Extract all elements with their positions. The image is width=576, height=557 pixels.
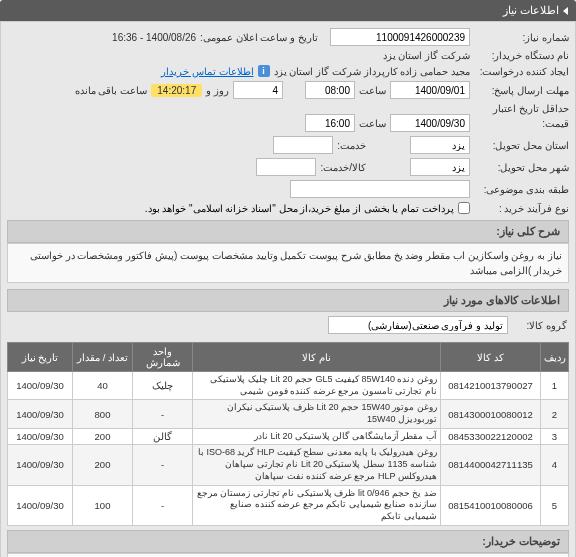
time-label-1: ساعت xyxy=(359,85,386,96)
cell-date: 1400/09/30 xyxy=(8,400,73,428)
cell-name: روغن هیدرولیک با پایه معدنی سطح کیفیت HL… xyxy=(193,445,441,485)
cell-n: 1 xyxy=(541,372,569,400)
th-row: ردیف xyxy=(541,343,569,372)
buyer-org-label: نام دستگاه خریدار: xyxy=(474,50,569,61)
pay-note: پرداخت تمام یا بخشی از مبلغ خرید،از محل … xyxy=(145,203,454,214)
cell-n: 5 xyxy=(541,485,569,525)
announce-label: تاریخ و ساعت اعلان عمومی: xyxy=(200,32,318,43)
pay-checkbox[interactable] xyxy=(458,202,470,214)
info-icon: i xyxy=(258,65,270,77)
cell-unit: چلیک xyxy=(133,372,193,400)
th-name: نام کالا xyxy=(193,343,441,372)
th-unit: واحد شمارش xyxy=(133,343,193,372)
buy-type-label: نوع فرآیند خرید : xyxy=(474,203,569,214)
reply-date-input[interactable] xyxy=(390,81,470,99)
contact-link[interactable]: اطلاعات تماس خریدار xyxy=(161,66,254,77)
chevron-icon xyxy=(563,7,568,15)
cell-qty: 800 xyxy=(73,400,133,428)
cell-n: 2 xyxy=(541,400,569,428)
cell-unit: گالن xyxy=(133,428,193,445)
reply-time-input[interactable] xyxy=(305,81,355,99)
days-label: روز و xyxy=(206,85,229,96)
cell-date: 1400/09/30 xyxy=(8,445,73,485)
th-code: کد کالا xyxy=(441,343,541,372)
cell-qty: 40 xyxy=(73,372,133,400)
cell-code: 0815410010080006 xyxy=(441,485,541,525)
cell-date: 1400/09/30 xyxy=(8,428,73,445)
cell-qty: 100 xyxy=(73,485,133,525)
cell-n: 3 xyxy=(541,428,569,445)
group-input[interactable] xyxy=(328,316,508,334)
service-label: خدمت: xyxy=(337,140,366,151)
cell-name: آب مقطر آزمایشگاهی گالن پلاستیکی 20 Lit … xyxy=(193,428,441,445)
cell-n: 4 xyxy=(541,445,569,485)
credit-label: حداقل تاریخ اعتبار xyxy=(474,103,569,114)
cell-name: روغن موتور 15W40 حجم 20 Lit ظرف پلاستیکی… xyxy=(193,400,441,428)
cell-name: ضد یخ حجم lit 0/946 ظرف پلاستیکی نام تجا… xyxy=(193,485,441,525)
time-label-2: ساعت xyxy=(359,118,386,129)
desc-section-title: شرح کلی نیاز: xyxy=(7,220,569,243)
cell-date: 1400/09/30 xyxy=(8,372,73,400)
timer-badge: 14:20:17 xyxy=(151,84,202,97)
panel-body: شماره نیاز: تاریخ و ساعت اعلان عمومی: 14… xyxy=(0,21,576,557)
table-row: 10814210013790027روغن دنده 85W140 کیفیت … xyxy=(8,372,569,400)
table-row: 30845330022120002آب مقطر آزمایشگاهی گالن… xyxy=(8,428,569,445)
cell-unit: - xyxy=(133,400,193,428)
cell-code: 0814210013790027 xyxy=(441,372,541,400)
creator-value: مجید حمامی زاده کارپرداز شرکت گاز استان … xyxy=(274,66,470,77)
group-label: گروه کالا: xyxy=(512,320,567,331)
city-label: شهر محل تحویل: xyxy=(474,162,569,173)
items-table: ردیف کد کالا نام کالا واحد شمارش تعداد /… xyxy=(7,342,569,526)
remaining-label: ساعت باقی مانده xyxy=(75,85,148,96)
notes-section-title: توضیحات خریدار: xyxy=(7,530,569,553)
cell-unit: - xyxy=(133,485,193,525)
th-date: تاریخ نیاز xyxy=(8,343,73,372)
desc-text: نیاز به روغن واسکازین اب مقطر وضد یخ مطا… xyxy=(7,243,569,283)
days-input[interactable] xyxy=(233,81,283,99)
cell-code: 0814300010080012 xyxy=(441,400,541,428)
multi-input[interactable] xyxy=(290,180,470,198)
req-no-input[interactable] xyxy=(330,28,470,46)
reply-deadline-label: مهلت ارسال پاسخ: xyxy=(474,85,569,96)
credit-date-input[interactable] xyxy=(390,114,470,132)
cell-name: روغن دنده 85W140 کیفیت GL5 حجم Lit 20 چل… xyxy=(193,372,441,400)
cell-code: 0814400042711135 xyxy=(441,445,541,485)
service-input[interactable] xyxy=(273,136,333,154)
panel-title: اطلاعات نیاز xyxy=(503,4,559,17)
creator-label: ایجاد کننده درخواست: xyxy=(474,66,569,77)
cell-code: 0845330022120002 xyxy=(441,428,541,445)
province-label: استان محل تحویل: xyxy=(474,140,569,151)
goods-service-label: کالا/خدمت: xyxy=(320,162,366,173)
cell-qty: 200 xyxy=(73,445,133,485)
items-section-title: اطلاعات کالاهای مورد نیاز xyxy=(7,289,569,312)
cell-unit: - xyxy=(133,445,193,485)
notes-text: نیاز به روغن واسکازین اب مقطر وضد یخ مطا… xyxy=(7,553,569,557)
cell-date: 1400/09/30 xyxy=(8,485,73,525)
table-row: 40814400042711135روغن هیدرولیک با پایه م… xyxy=(8,445,569,485)
table-row: 20814300010080012روغن موتور 15W40 حجم 20… xyxy=(8,400,569,428)
multi-label: طبقه بندی موضوعی: xyxy=(474,184,569,195)
province-input[interactable] xyxy=(410,136,470,154)
price-label: قیمت: xyxy=(474,118,569,129)
goods-service-input[interactable] xyxy=(256,158,316,176)
req-no-label: شماره نیاز: xyxy=(474,32,569,43)
panel-header: اطلاعات نیاز xyxy=(0,0,576,21)
announce-value: 1400/08/26 - 16:36 xyxy=(112,32,196,43)
cell-qty: 200 xyxy=(73,428,133,445)
buyer-org-value: شرکت گاز استان یزد xyxy=(383,50,470,61)
table-row: 50815410010080006ضد یخ حجم lit 0/946 ظرف… xyxy=(8,485,569,525)
th-qty: تعداد / مقدار xyxy=(73,343,133,372)
city-input[interactable] xyxy=(410,158,470,176)
credit-time-input[interactable] xyxy=(305,114,355,132)
